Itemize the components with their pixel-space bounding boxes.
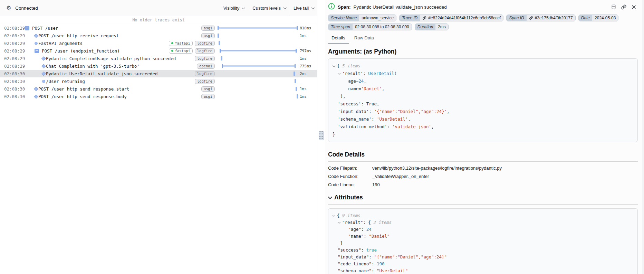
meta-badge[interactable]: Span ID #3e175db4f0b20177 bbox=[506, 15, 575, 21]
connection-status-label: Connected bbox=[15, 6, 38, 11]
badge-value: 2024-05-03 bbox=[592, 15, 618, 21]
chevron-down-icon bbox=[283, 6, 287, 9]
span-title: Pydantic UserDetail validate_json succee… bbox=[354, 4, 447, 10]
timestamp: 02:08:29 bbox=[4, 48, 25, 54]
duration-bar bbox=[295, 79, 296, 83]
tab-details[interactable]: Details bbox=[328, 34, 349, 44]
span-name: POST /user http receive request bbox=[38, 33, 119, 38]
visibility-dropdown[interactable]: Visibility bbox=[219, 0, 249, 16]
diamond-span-icon bbox=[34, 94, 38, 99]
badge-label: Span ID bbox=[507, 15, 526, 21]
collapse-toggle-icon[interactable] bbox=[338, 72, 340, 75]
collapse-toggle-icon[interactable] bbox=[333, 214, 335, 217]
code-line: "result": { 2 items bbox=[333, 219, 633, 226]
collapse-toggle-icon[interactable] bbox=[338, 221, 340, 224]
panel-splitter-handle[interactable] bbox=[319, 131, 324, 140]
code-token: "{"name":"Daniel","age":24}" bbox=[374, 254, 447, 259]
code-token: 9 items bbox=[342, 213, 361, 218]
code-line: 'schema_name': 'UserDetail', bbox=[333, 115, 633, 123]
tag-pill: fastapi bbox=[169, 48, 192, 54]
code-token: } bbox=[333, 240, 343, 246]
tag-list: logfire bbox=[195, 71, 218, 76]
link-icon[interactable] bbox=[529, 16, 533, 20]
circle-span-icon bbox=[42, 80, 45, 83]
tag-pill: logfire bbox=[195, 48, 215, 54]
code-line: "success": true bbox=[333, 247, 633, 254]
close-icon[interactable] bbox=[631, 4, 636, 10]
trace-row[interactable]: 02:08:30 Pydantic UserDetail validate_js… bbox=[0, 70, 317, 77]
code-line: { 5 items bbox=[333, 62, 633, 70]
code-token: 24 bbox=[366, 227, 372, 232]
code-line: 'input_data': '{"name":"Daniel","age":24… bbox=[333, 108, 633, 115]
code-detail-row: Code Lineno: 190 bbox=[328, 182, 638, 187]
link-icon[interactable] bbox=[422, 16, 426, 20]
trace-row[interactable]: 02:08:30 POST /user http send response.b… bbox=[0, 93, 317, 100]
collapse-toggle-icon[interactable] bbox=[333, 64, 335, 67]
collapse-toggle-icon[interactable] bbox=[35, 49, 39, 53]
code-token: 2 items bbox=[373, 220, 392, 225]
tag-list: asgi bbox=[201, 33, 218, 38]
duration-bar bbox=[222, 66, 296, 67]
trace-row[interactable]: 02:08:29 FastAPI arguments fastapilogfir… bbox=[0, 39, 317, 47]
code-token: 'success': True, bbox=[333, 101, 379, 106]
duration-bar-track bbox=[218, 93, 298, 100]
tag-list: logfire bbox=[195, 79, 218, 84]
span-detail-header: Span: Pydantic UserDetail validate_json … bbox=[328, 0, 638, 14]
code-token: "input_data": bbox=[333, 254, 374, 259]
meta-badge: Duration 2ms bbox=[415, 23, 449, 30]
code-token: "UserDetail" bbox=[377, 268, 408, 273]
trace-row[interactable]: 02:08:30 /User returning logfire bbox=[0, 77, 317, 85]
code-line: "age": 24 bbox=[333, 226, 633, 233]
code-token: , bbox=[408, 116, 411, 122]
badge-value: #e8224d24d41f064b112c6eb9cb58cacf bbox=[420, 15, 503, 21]
span-name: Pydantic CompletionUsage validate_python… bbox=[46, 56, 176, 61]
divider bbox=[328, 204, 638, 205]
trace-row[interactable]: 02:08:29 POST /user asgi 810ms bbox=[0, 24, 317, 32]
green-dot-icon bbox=[171, 50, 173, 52]
code-line: 'validation_method': 'validate_json', bbox=[333, 123, 633, 131]
code-token: '{"name":"Daniel","age":24}' bbox=[374, 109, 447, 114]
scrollbar-track[interactable] bbox=[642, 0, 644, 274]
trace-row[interactable]: 02:08:29 POST /user http receive request… bbox=[0, 32, 317, 39]
code-token: UserDetail( bbox=[368, 71, 397, 76]
code-token: { bbox=[337, 213, 342, 218]
code-token: } bbox=[333, 132, 335, 137]
badge-label: Duration bbox=[415, 24, 435, 30]
duration-bar-track bbox=[218, 39, 298, 47]
duration-bar-track bbox=[218, 32, 298, 39]
code-token bbox=[333, 71, 338, 76]
meta-badge[interactable]: Trace ID #e8224d24d41f064b112c6eb9cb58ca… bbox=[399, 15, 503, 21]
code-token: "success": bbox=[333, 247, 366, 253]
tag-list: logfire bbox=[195, 56, 218, 61]
custom-levels-dropdown[interactable]: Custom levels bbox=[248, 0, 290, 16]
timestamp: 02:08:29 bbox=[4, 56, 25, 61]
settings-gear-icon[interactable]: ⚙ bbox=[6, 5, 11, 11]
code-line: "schema_name": "UserDetail" bbox=[333, 267, 633, 274]
code-token: "result": { bbox=[342, 220, 373, 225]
duration-bar bbox=[294, 72, 295, 76]
trace-row[interactable]: 02:08:29 POST /user (endpoint_function) … bbox=[0, 47, 317, 55]
trace-row[interactable]: 02:08:30 POST /user http send response.s… bbox=[0, 85, 317, 93]
trace-row[interactable]: 02:08:29 Pydantic CompletionUsage valida… bbox=[0, 55, 317, 62]
code-token: 'UserDetail' bbox=[377, 116, 408, 122]
code-token: , bbox=[431, 124, 434, 129]
tag-pill: logfire bbox=[195, 71, 215, 76]
code-line: { 9 items bbox=[333, 212, 633, 219]
code-token: , bbox=[364, 78, 366, 84]
badge-value: 2ms bbox=[435, 24, 448, 30]
duration-label: 810ms bbox=[298, 26, 314, 30]
attributes-section-toggle[interactable]: Attributes bbox=[328, 194, 638, 201]
duration-bar bbox=[219, 41, 220, 45]
code-token: { bbox=[337, 63, 342, 68]
code-token: 'validation_method': bbox=[333, 124, 392, 129]
code-token: , bbox=[382, 86, 385, 91]
trace-row[interactable]: 02:08:29 Chat Completion with 'gpt-3.5-t… bbox=[0, 62, 317, 70]
badge-value: 02:08:30.088 to 02:08:30.090 bbox=[353, 24, 412, 30]
tag-pill: logfire bbox=[195, 56, 215, 61]
copy-link-icon[interactable] bbox=[621, 4, 627, 10]
collapse-toggle-icon[interactable] bbox=[25, 26, 29, 30]
tab-raw-data[interactable]: Raw Data bbox=[351, 34, 377, 44]
live-tail-dropdown[interactable]: Live tail bbox=[292, 6, 315, 11]
dock-panel-icon[interactable] bbox=[611, 4, 616, 10]
code-line: "name": "Daniel" bbox=[333, 233, 633, 240]
